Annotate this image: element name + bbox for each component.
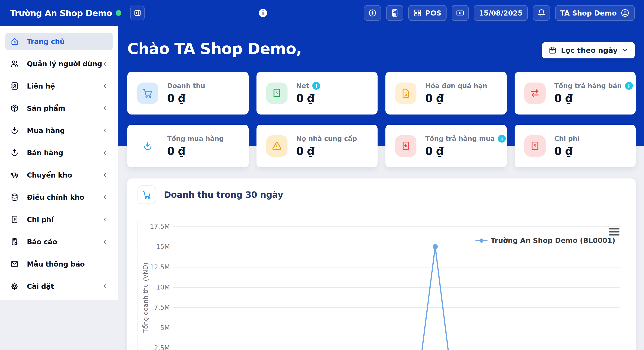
- stat-card-value: 0 ₫: [296, 145, 357, 157]
- sidebar-item-label: Liên hệ: [27, 82, 102, 90]
- chart-menu-button[interactable]: [609, 228, 620, 236]
- stat-card-value: 0 ₫: [425, 92, 487, 105]
- y-tick: 5M: [138, 324, 170, 332]
- calendar-icon: [548, 46, 557, 55]
- users-icon: [10, 59, 19, 68]
- download-icon: [10, 126, 19, 135]
- user-name-label: TA Shop Demo: [560, 9, 617, 17]
- sidebar-item-bao-cao[interactable]: Báo cáo: [5, 233, 113, 250]
- revenue-chart-card: Doanh thu trong 30 ngày Tổng doanh thu (…: [127, 179, 636, 350]
- sidebar-item-label: Chuyển kho: [27, 171, 102, 179]
- sidebar-item-lien-he[interactable]: Liên hệ: [5, 77, 113, 95]
- upload-icon: [10, 148, 19, 157]
- chevron-left-icon: [102, 239, 108, 245]
- app-root: Trường An Shop Demo i: [0, 0, 644, 350]
- chart-canvas: Tổng doanh thu (VND) 17.5M 15M 12.5M 10M…: [137, 221, 626, 350]
- calculator-icon: [390, 9, 399, 17]
- pos-button[interactable]: POS: [408, 5, 446, 21]
- peak-data-point: [433, 244, 438, 249]
- y-tick: 15M: [138, 243, 170, 251]
- stat-card-chi-phi: $ Chi phí 0 ₫: [514, 125, 636, 167]
- sidebar-collapse-button[interactable]: [130, 6, 145, 20]
- stat-card-label: Tổng trả hàng mua: [425, 135, 495, 142]
- chart-legend[interactable]: Trường An Shop Demo (BL0001): [476, 236, 615, 245]
- stat-card-label: Doanh thu: [167, 82, 205, 90]
- filter-by-date-button[interactable]: Lọc theo ngày: [542, 42, 635, 58]
- sidebar-item-label: Mẫu thông báo: [27, 260, 108, 268]
- sidebar-item-chuyen-kho[interactable]: Chuyển kho: [5, 166, 113, 184]
- chevron-left-icon: [102, 83, 108, 89]
- home-icon: [10, 37, 19, 46]
- date-button[interactable]: 15/08/2025: [474, 5, 528, 21]
- stat-card-doanh-thu: Doanh thu 0 ₫: [127, 72, 248, 114]
- stat-card-value: 0 ₫: [425, 145, 506, 157]
- chart-title: Doanh thu trong 30 ngày: [164, 190, 283, 200]
- sidebar-item-quan-ly-nguoi-dung[interactable]: Quản lý người dùng: [5, 55, 113, 72]
- database-icon: [10, 193, 19, 202]
- stat-card-label: Nợ nhà cung cấp: [296, 135, 357, 142]
- sidebar-item-label: Mua hàng: [27, 127, 102, 135]
- cash-register-button[interactable]: [452, 5, 469, 21]
- legend-label: Trường An Shop Demo (BL0001): [491, 236, 615, 245]
- sidebar-nav: Trang chủ Quản lý người dùng: [0, 26, 118, 295]
- info-badge-icon[interactable]: i: [625, 82, 633, 90]
- y-tick: 7.5M: [138, 304, 170, 311]
- svg-text:$: $: [14, 217, 16, 221]
- gear-icon: [10, 282, 19, 291]
- legend-marker-icon: [476, 238, 488, 243]
- info-icon[interactable]: i: [259, 9, 267, 17]
- stat-card-value: 0 ₫: [296, 92, 320, 105]
- stat-card-value: 0 ₫: [167, 145, 224, 157]
- stat-card-value: 0 ₫: [554, 92, 633, 105]
- stat-card-value: 0 ₫: [554, 145, 580, 157]
- chevron-left-icon: [102, 217, 108, 223]
- sidebar-item-label: Trang chủ: [27, 38, 108, 46]
- warning-triangle-icon: [266, 135, 288, 157]
- online-status-dot: [116, 10, 121, 16]
- y-tick: 10M: [138, 283, 170, 291]
- sidebar-item-label: Điều chỉnh kho: [27, 193, 102, 202]
- sidebar-item-ban-hang[interactable]: Bán hàng: [5, 144, 113, 161]
- chevron-left-icon: [102, 150, 108, 156]
- panel-collapse-icon: [134, 9, 142, 17]
- notifications-button[interactable]: [533, 5, 550, 21]
- bell-icon: [537, 9, 546, 17]
- quick-add-button[interactable]: [364, 5, 381, 21]
- chart-header: Doanh thu trong 30 ngày: [138, 186, 283, 204]
- stat-card-tong-tra-hang-ban: Tổng trả hàng bán i 0 ₫: [514, 72, 636, 114]
- sidebar-item-san-pham[interactable]: Sản phẩm: [5, 100, 113, 117]
- sidebar-item-label: Chi phí: [27, 216, 102, 224]
- calculator-button[interactable]: [386, 5, 403, 21]
- stat-card-no-nha-cung-cap: Nợ nhà cung cấp 0 ₫: [256, 125, 378, 167]
- stat-card-label: Net: [296, 82, 309, 90]
- info-badge-icon[interactable]: i: [498, 135, 506, 142]
- stat-card-label: Hóa đơn quá hạn: [425, 82, 487, 90]
- download-icon: [137, 135, 158, 157]
- mail-icon: [10, 260, 19, 268]
- sidebar-item-label: Cài đặt: [27, 282, 102, 290]
- banknote-icon: [456, 9, 464, 17]
- pos-label: POS: [426, 9, 442, 17]
- filter-by-date-label: Lọc theo ngày: [561, 46, 618, 55]
- stat-card-value: 0 ₫: [167, 92, 205, 105]
- sidebar-item-trang-chu[interactable]: Trang chủ: [5, 33, 113, 50]
- sidebar-item-label: Báo cáo: [27, 238, 102, 246]
- sidebar-item-dieu-chinh-kho[interactable]: Điều chỉnh kho: [5, 189, 113, 206]
- receipt-dollar-icon: $: [10, 215, 19, 224]
- user-circle-icon: [620, 8, 630, 18]
- sidebar-item-chi-phi[interactable]: $ Chi phí: [5, 211, 113, 228]
- stat-card-tong-mua-hang: Tổng mua hàng 0 ₫: [127, 125, 248, 167]
- info-badge-icon[interactable]: i: [312, 82, 320, 90]
- receipt-dollar-icon: $: [524, 135, 546, 157]
- receipt-dollar-icon: $: [266, 83, 288, 104]
- svg-text:$: $: [275, 90, 278, 95]
- user-menu-button[interactable]: TA Shop Demo: [555, 5, 635, 21]
- chevron-left-icon: [102, 127, 108, 133]
- sidebar-item-mau-thong-bao[interactable]: Mẫu thông báo: [5, 255, 113, 273]
- chevron-left-icon: [102, 61, 108, 67]
- brand-name: Trường An Shop Demo: [10, 8, 112, 18]
- sidebar: Trang chủ Quản lý người dùng: [0, 26, 118, 300]
- sidebar-item-cai-dat[interactable]: Cài đặt: [5, 278, 113, 295]
- sidebar-item-mua-hang[interactable]: Mua hàng: [5, 122, 113, 139]
- sidebar-item-label: Sản phẩm: [27, 104, 102, 112]
